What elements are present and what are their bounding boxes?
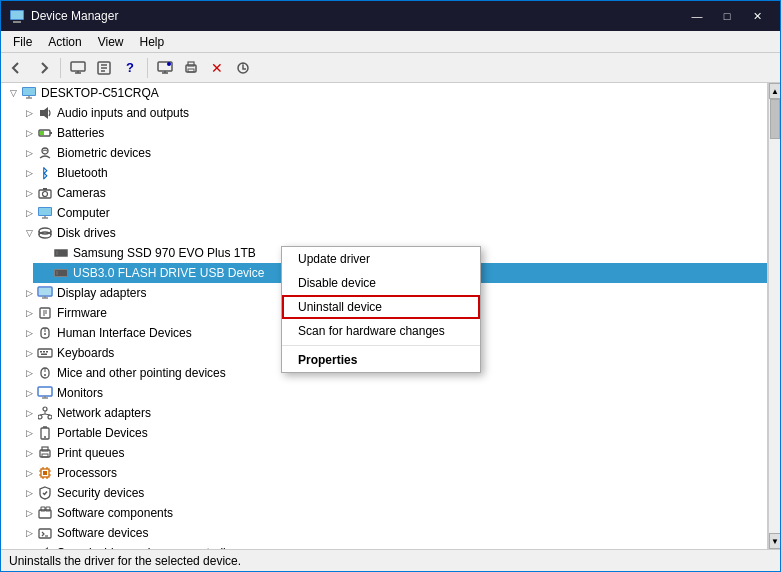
tree-item-portable[interactable]: ▷ Portable Devices	[17, 423, 767, 443]
title-bar: Device Manager — □ ✕	[1, 1, 780, 31]
toolbar-delete[interactable]: ✕	[205, 56, 229, 80]
portable-expand[interactable]: ▷	[21, 425, 37, 441]
svg-rect-56	[40, 351, 42, 353]
ctx-update-driver[interactable]: Update driver	[282, 247, 480, 271]
tree-item-print[interactable]: ▷ Print queues	[17, 443, 767, 463]
biometric-icon	[37, 145, 53, 161]
sound-icon	[37, 545, 53, 549]
computer-icon2	[37, 205, 53, 221]
batteries-label: Batteries	[57, 126, 104, 140]
menu-bar: File Action View Help	[1, 31, 780, 53]
tree-item-monitors[interactable]: ▷ Monitors	[17, 383, 767, 403]
monitors-expand[interactable]: ▷	[21, 385, 37, 401]
svg-line-71	[45, 414, 50, 415]
tree-item-audio[interactable]: ▷ Audio inputs and outputs	[17, 103, 767, 123]
svg-rect-57	[43, 351, 45, 353]
tree-item-bluetooth[interactable]: ▷ ᛒ Bluetooth	[17, 163, 767, 183]
svg-point-67	[38, 415, 42, 419]
toolbar-properties[interactable]	[92, 56, 116, 80]
firmware-expand[interactable]: ▷	[21, 305, 37, 321]
toolbar-scan[interactable]	[153, 56, 177, 80]
svg-point-37	[39, 232, 51, 238]
toolbar-update[interactable]	[231, 56, 255, 80]
swcomp-expand[interactable]: ▷	[21, 505, 37, 521]
menu-action[interactable]: Action	[40, 33, 89, 51]
ctx-disable-device[interactable]: Disable device	[282, 271, 480, 295]
scroll-up-btn[interactable]: ▲	[769, 83, 780, 99]
mice-icon	[37, 365, 53, 381]
sound-expand[interactable]: ▷	[21, 545, 37, 549]
swcomp-label: Software components	[57, 506, 173, 520]
scrollbar-right[interactable]: ▲ ▼	[768, 83, 780, 549]
maximize-button[interactable]: □	[712, 1, 742, 31]
processors-expand[interactable]: ▷	[21, 465, 37, 481]
menu-file[interactable]: File	[5, 33, 40, 51]
tree-panel[interactable]: ▽ DESKTOP-C51CRQA ▷ Audio inputs	[1, 83, 768, 549]
tree-item-disk[interactable]: ▽ Disk drives	[17, 223, 767, 243]
audio-expand[interactable]: ▷	[21, 105, 37, 121]
tree-item-security[interactable]: ▷ Security devices	[17, 483, 767, 503]
svg-rect-19	[23, 88, 35, 95]
menu-view[interactable]: View	[90, 33, 132, 51]
display-expand[interactable]: ▷	[21, 285, 37, 301]
tree-item-processors[interactable]: ▷ Processors	[17, 463, 767, 483]
scroll-track[interactable]	[769, 99, 780, 533]
computer-expand[interactable]: ▷	[21, 205, 37, 221]
minimize-button[interactable]: —	[682, 1, 712, 31]
toolbar-help[interactable]: ?	[118, 56, 142, 80]
tree-item-batteries[interactable]: ▷ Batteries	[17, 123, 767, 143]
security-label: Security devices	[57, 486, 144, 500]
svg-point-26	[42, 148, 48, 154]
disk-expand[interactable]: ▽	[21, 225, 37, 241]
bluetooth-expand[interactable]: ▷	[21, 165, 37, 181]
tree-item-computer[interactable]: ▷ Computer	[17, 203, 767, 223]
svg-rect-25	[40, 131, 44, 135]
tree-item-swdev[interactable]: ▷ Software devices	[17, 523, 767, 543]
usb-label: USB3.0 FLASH DRIVE USB Device	[73, 266, 264, 280]
tree-item-sound[interactable]: ▷ Sound, video and game controllers	[17, 543, 767, 549]
mice-expand[interactable]: ▷	[21, 365, 37, 381]
svg-rect-15	[188, 62, 194, 66]
tree-item-network[interactable]: ▷ Network adapters	[17, 403, 767, 423]
ctx-scan-hardware[interactable]: Scan for hardware changes	[282, 319, 480, 343]
processors-label: Processors	[57, 466, 117, 480]
tree-item-swcomp[interactable]: ▷ Software components	[17, 503, 767, 523]
ssd-icon	[53, 245, 69, 261]
toolbar-print[interactable]	[179, 56, 203, 80]
svg-rect-40	[56, 251, 58, 255]
svg-rect-45	[39, 288, 51, 295]
toolbar-computer[interactable]	[66, 56, 90, 80]
swdev-expand[interactable]: ▷	[21, 525, 37, 541]
tree-item-cameras[interactable]: ▷ Cameras	[17, 183, 767, 203]
svg-point-68	[48, 415, 52, 419]
status-bar: Uninstalls the driver for the selected d…	[1, 549, 780, 571]
disk-label: Disk drives	[57, 226, 116, 240]
svg-rect-77	[42, 454, 48, 457]
firmware-icon	[37, 305, 53, 321]
root-expand-icon[interactable]: ▽	[5, 85, 21, 101]
toolbar-forward[interactable]	[31, 56, 55, 80]
ctx-uninstall-device[interactable]: Uninstall device	[282, 295, 480, 319]
network-label: Network adapters	[57, 406, 151, 420]
ctx-properties[interactable]: Properties	[282, 348, 480, 372]
swcomp-icon	[37, 505, 53, 521]
svg-rect-31	[39, 208, 51, 215]
menu-help[interactable]: Help	[132, 33, 173, 51]
network-icon	[37, 405, 53, 421]
hid-expand[interactable]: ▷	[21, 325, 37, 341]
svg-rect-43	[56, 271, 58, 275]
security-expand[interactable]: ▷	[21, 485, 37, 501]
tree-root[interactable]: ▽ DESKTOP-C51CRQA	[1, 83, 767, 103]
close-button[interactable]: ✕	[742, 1, 772, 31]
batteries-expand[interactable]: ▷	[21, 125, 37, 141]
tree-item-biometric[interactable]: ▷ Biometric devices	[17, 143, 767, 163]
network-expand[interactable]: ▷	[21, 405, 37, 421]
toolbar-back[interactable]	[5, 56, 29, 80]
toolbar-sep-2	[147, 58, 148, 78]
keyboards-expand[interactable]: ▷	[21, 345, 37, 361]
scroll-thumb[interactable]	[770, 99, 780, 139]
biometric-expand[interactable]: ▷	[21, 145, 37, 161]
cameras-expand[interactable]: ▷	[21, 185, 37, 201]
scroll-down-btn[interactable]: ▼	[769, 533, 780, 549]
print-expand[interactable]: ▷	[21, 445, 37, 461]
